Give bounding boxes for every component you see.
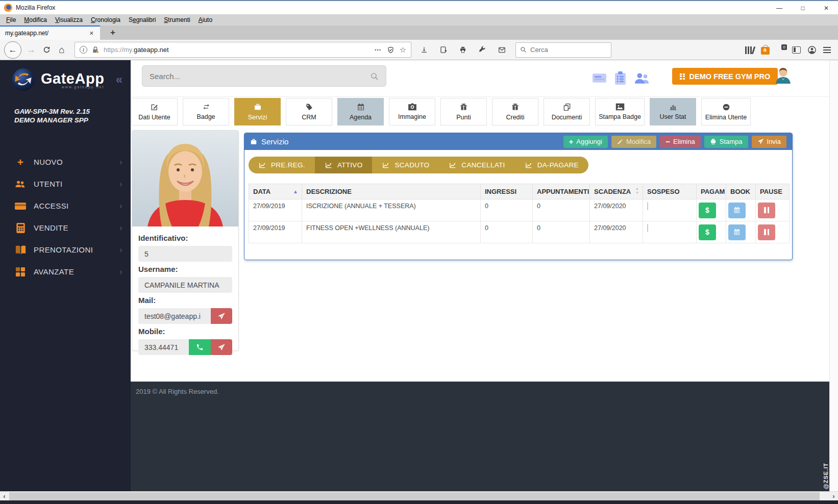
send-sms-button[interactable] xyxy=(211,339,232,355)
insecure-lock-icon[interactable] xyxy=(91,46,100,54)
site-info-icon[interactable]: i xyxy=(80,46,87,54)
pause-button[interactable] xyxy=(758,224,775,240)
scrollbar-thumb[interactable] xyxy=(9,492,820,500)
browser-search-box[interactable] xyxy=(515,42,611,58)
toolbar-servizi[interactable]: Servizi xyxy=(234,98,281,125)
col-scadenza[interactable]: SCADENZA▲▼ xyxy=(590,184,643,199)
menu-segnalibri[interactable]: Segnalibri xyxy=(125,16,160,23)
menu-aiuto[interactable]: Aiuto xyxy=(194,16,216,23)
col-appuntamenti[interactable]: APPUNTAMENTI xyxy=(533,184,590,199)
menu-cronologia[interactable]: Cronologia xyxy=(87,16,125,23)
tab-close-icon[interactable]: ✕ xyxy=(87,29,96,38)
clipboard-icon[interactable] xyxy=(615,71,626,85)
home-button[interactable]: ⌂ xyxy=(54,42,69,58)
col-sospeso[interactable]: SOSPESO xyxy=(643,184,697,199)
id-field[interactable]: 5 xyxy=(138,246,232,262)
booking-button[interactable] xyxy=(728,203,746,218)
toolbar-crediti[interactable]: Crediti xyxy=(492,98,538,125)
reload-button[interactable] xyxy=(39,42,54,58)
mobile-field[interactable]: 333.44471 xyxy=(138,339,189,355)
col-ingressi[interactable]: INGRESSI xyxy=(481,184,533,199)
sidebar-item-vendite[interactable]: VENDITE › xyxy=(0,217,131,239)
send-to-device-button[interactable] xyxy=(436,42,451,58)
menu-file[interactable]: File xyxy=(2,16,20,23)
app-search-box[interactable] xyxy=(142,65,386,87)
payment-button[interactable]: $ xyxy=(699,224,716,240)
toolbar-user-stat[interactable]: User Stat xyxy=(650,98,696,125)
elimina-button[interactable]: −Elimina xyxy=(660,136,700,148)
toolbar-elimina-utente[interactable]: Elimina Utente xyxy=(701,98,751,125)
stampa-button[interactable]: Stampa xyxy=(704,136,748,148)
filter-attivo[interactable]: ATTIVO xyxy=(315,157,373,173)
gym-account-button[interactable]: DEMO FREE GYM PRO xyxy=(672,68,778,85)
mail-button[interactable] xyxy=(494,42,509,58)
bookmark-star-icon[interactable]: ☆ xyxy=(400,45,406,55)
menu-visualizza[interactable]: Visualizza xyxy=(51,16,87,23)
col-data[interactable]: DATA▲ xyxy=(249,184,302,199)
menu-strumenti[interactable]: Strumenti xyxy=(160,16,194,23)
new-tab-button[interactable]: + xyxy=(105,26,120,40)
booking-button[interactable] xyxy=(728,224,746,240)
filter-da-pagare[interactable]: DA-PAGARE xyxy=(515,157,588,173)
mail-field[interactable]: test08@gateapp.i xyxy=(138,308,211,324)
scroll-left-arrow[interactable]: ‹ xyxy=(0,492,9,500)
sidebar-collapse-icon[interactable]: « xyxy=(116,73,122,86)
sidebar-item-utenti[interactable]: UTENTI › xyxy=(0,173,131,195)
page-actions-icon[interactable]: ⋯ xyxy=(375,46,382,54)
table-row[interactable]: 27/09/2019 FITNESS OPEN +WELLNESS (ANNUA… xyxy=(249,221,790,243)
close-button[interactable]: ✕ xyxy=(815,1,838,15)
vertical-scrollbar[interactable] xyxy=(829,60,838,491)
invia-button[interactable]: Invia xyxy=(752,136,786,148)
send-mail-button[interactable] xyxy=(211,308,232,324)
minimize-button[interactable]: — xyxy=(768,1,791,15)
username-field[interactable]: CAMPANILE MARTINA xyxy=(138,277,232,293)
filter-scaduto[interactable]: SCADUTO xyxy=(372,157,439,173)
toolbar-crm[interactable]: CRM xyxy=(286,98,332,125)
user-avatar[interactable] xyxy=(774,66,792,84)
call-button[interactable] xyxy=(189,339,211,355)
menu-hamburger-icon[interactable] xyxy=(823,47,831,53)
menu-modifica[interactable]: Modifica xyxy=(20,16,51,23)
sidebar-item-nuovo[interactable]: + NUOVO › xyxy=(0,151,131,173)
col-descrizione[interactable]: DESCRIZIONE xyxy=(302,184,481,199)
payments-icon[interactable] xyxy=(593,73,606,83)
print-button[interactable] xyxy=(455,42,471,58)
sidebar-item-prenotazioni[interactable]: PRENOTAZIONI › xyxy=(0,239,131,261)
amazon-addon-icon[interactable] xyxy=(761,47,770,55)
payment-button[interactable]: $ xyxy=(699,203,716,218)
toolbar-documenti[interactable]: Documenti xyxy=(544,98,590,125)
horizontal-scrollbar[interactable]: ‹ › xyxy=(0,491,838,500)
sidebar-item-accessi[interactable]: ACCESSI › xyxy=(0,195,131,217)
browser-search-input[interactable] xyxy=(530,46,607,54)
filter-cancellati[interactable]: CANCELLATI xyxy=(439,157,514,173)
forward-button[interactable]: → xyxy=(23,42,39,58)
account-icon[interactable] xyxy=(807,45,817,55)
back-button[interactable]: ← xyxy=(4,41,21,59)
sospeso-checkbox[interactable] xyxy=(647,202,648,210)
toolbar-punti[interactable]: Punti xyxy=(440,98,487,125)
tracking-shield-icon[interactable] xyxy=(387,46,395,54)
sidebars-icon[interactable] xyxy=(792,46,801,54)
sospeso-checkbox[interactable] xyxy=(647,224,648,232)
sidebar-item-avanzate[interactable]: AVANZATE › xyxy=(0,261,131,283)
filter-pre-reg[interactable]: PRE.REG. xyxy=(249,157,315,173)
browser-tab[interactable]: my.gateapp.net/ ✕ xyxy=(0,26,100,40)
pause-button[interactable] xyxy=(758,203,775,218)
app-search-input[interactable] xyxy=(150,72,366,81)
maximize-button[interactable]: □ xyxy=(791,1,815,15)
toolbar-agenda[interactable]: Agenda xyxy=(337,98,384,125)
table-row[interactable]: 27/09/2019 ISCRIZIONE (ANNUALE + TESSERA… xyxy=(249,199,790,221)
toolbar-badge[interactable]: Badge xyxy=(183,98,229,125)
developer-tools-button[interactable] xyxy=(475,42,490,58)
toolbar-stampa-badge[interactable]: Stampa Badge xyxy=(595,98,645,125)
scroll-right-arrow[interactable]: › xyxy=(829,492,838,500)
modifica-button[interactable]: Modifica xyxy=(611,136,656,148)
url-bar[interactable]: i https://my.gateapp.net ⋯ ☆ xyxy=(75,42,411,58)
aggiungi-button[interactable]: +Aggiungi xyxy=(563,136,608,148)
toolbar-immagine[interactable]: Immagine xyxy=(389,98,435,125)
toolbar-dati-utente[interactable]: Dati Utente xyxy=(131,98,178,125)
download-button[interactable] xyxy=(416,42,432,58)
library-icon[interactable] xyxy=(745,46,754,54)
members-icon[interactable] xyxy=(634,72,650,84)
extension-badge-icon[interactable]: 0 xyxy=(776,46,785,54)
